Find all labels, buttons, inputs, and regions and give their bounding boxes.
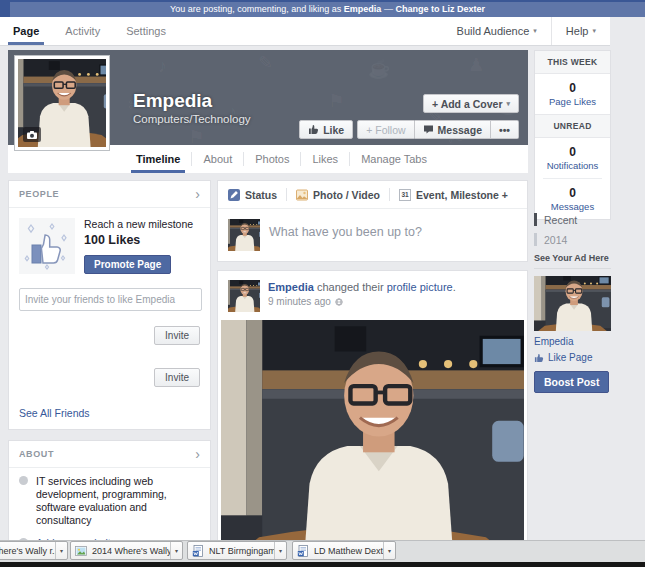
caret-down-icon[interactable]: ▾ <box>274 542 286 559</box>
message-button[interactable]: Message <box>415 120 491 139</box>
download-filename: Where's Wally r....jpg <box>0 546 55 556</box>
milestone-body: Reach a new milestone 100 Likes Promote … <box>84 218 193 274</box>
milestone-thumb-illustration <box>19 218 75 274</box>
cover-button-group: + Follow Message ••• <box>357 120 519 139</box>
add-cover-label: + Add a Cover <box>432 98 503 110</box>
messages-count: 0 <box>535 186 610 200</box>
composer-placeholder[interactable]: What have you been up to? <box>269 225 422 251</box>
milestone-block: Reach a new milestone 100 Likes Promote … <box>9 208 210 284</box>
camera-icon[interactable] <box>23 127 41 142</box>
about-description-item: IT services including web development, p… <box>9 468 210 530</box>
composer-tab-event[interactable]: 31 Event, Milestone + <box>399 189 508 201</box>
image-file-icon <box>75 545 87 557</box>
messages-link[interactable]: Messages <box>535 201 610 212</box>
ad-page-name-link[interactable]: Empedia <box>534 336 611 347</box>
banner-page-name: Empedia <box>344 4 382 14</box>
post-photo[interactable] <box>221 320 524 567</box>
post-object-link[interactable]: profile picture <box>387 281 453 293</box>
page-likes-stat: 0 Page Likes <box>535 74 610 114</box>
caret-down-icon[interactable]: ▾ <box>383 542 395 559</box>
caret-down-icon[interactable]: ▾ <box>55 542 67 559</box>
see-all-friends-link[interactable]: See All Friends <box>9 403 210 429</box>
more-options-button[interactable]: ••• <box>491 120 519 139</box>
like-label: Like <box>323 124 344 136</box>
friend-invite-row: Invite <box>9 319 210 361</box>
timeline-nav-recent[interactable]: Recent <box>534 213 611 226</box>
notifications-count: 0 <box>535 145 610 159</box>
profile-picture[interactable] <box>14 55 110 151</box>
timeline-nav-bar <box>534 233 537 246</box>
composer-tab-status[interactable]: Status <box>228 189 277 201</box>
caret-down-icon[interactable]: ▾ <box>170 542 182 559</box>
timeline-nav-bar <box>534 213 537 226</box>
tab-page[interactable]: Page <box>0 17 52 45</box>
tab-manage-tabs[interactable]: Manage Tabs <box>350 145 438 173</box>
invite-button[interactable]: Invite <box>154 326 200 345</box>
composer-tab-photo-video[interactable]: Photo / Video <box>296 189 380 201</box>
post-period: . <box>453 281 456 293</box>
add-cover-button[interactable]: + Add a Cover ▾ <box>423 94 519 113</box>
download-item[interactable]: LD Matthew Dexter ....docx ▾ <box>292 541 396 560</box>
globe-privacy-icon <box>335 298 343 306</box>
status-label: Status <box>245 189 277 201</box>
tab-settings[interactable]: Settings <box>113 17 179 45</box>
composer-separator <box>286 188 287 201</box>
tab-photos[interactable]: Photos <box>244 145 300 173</box>
voice-switcher-banner: You are posting, commenting, and liking … <box>0 0 645 17</box>
chevron-right-icon[interactable]: › <box>195 449 200 459</box>
like-button[interactable]: Like <box>299 120 353 139</box>
boost-post-button[interactable]: Boost Post <box>534 371 609 393</box>
page-likes-link[interactable]: Page Likes <box>535 96 610 107</box>
post-meta: Empedia changed their profile picture. 9… <box>268 280 456 312</box>
word-doc-icon <box>192 545 204 557</box>
admin-nav-right: Build Audience ▾ Help ▾ <box>443 17 610 45</box>
download-item[interactable]: 2014 Where's Wally r....jpg ▾ <box>70 541 183 560</box>
post-card: Empedia changed their profile picture. 9… <box>217 270 528 567</box>
tab-timeline[interactable]: Timeline <box>125 145 191 173</box>
calendar-icon: 31 <box>399 189 411 201</box>
ad-header: See Your Ad Here <box>534 253 611 269</box>
people-header: PEOPLE › <box>9 181 210 208</box>
download-filename: LD Matthew Dexter ....docx <box>309 546 383 556</box>
timestamp-text[interactable]: 9 minutes ago <box>268 295 331 309</box>
download-item[interactable]: Where's Wally r....jpg ▾ <box>0 541 68 560</box>
invite-friends-input[interactable] <box>19 288 202 311</box>
boost-post-container: Boost Post <box>534 371 611 393</box>
chevron-right-icon[interactable]: › <box>195 189 200 199</box>
timeline-year-nav: Recent 2014 <box>534 213 611 253</box>
change-voice-link[interactable]: Change to Liz Dexter <box>395 4 485 14</box>
promote-page-button[interactable]: Promote Page <box>84 255 171 274</box>
main-column: Status Photo / Video 31 Event, Milestone… <box>217 180 528 567</box>
ad-like-page-link[interactable]: Like Page <box>534 352 611 363</box>
invite-button[interactable]: Invite <box>154 368 200 387</box>
post-header: Empedia changed their profile picture. 9… <box>218 271 527 318</box>
post-story: Empedia changed their profile picture. <box>268 280 456 294</box>
notifications-link[interactable]: Notifications <box>535 160 610 171</box>
download-item[interactable]: NLT Birmgingam W....doc ▾ <box>187 541 287 560</box>
event-milestone-label: Event, Milestone + <box>416 189 508 201</box>
help-menu[interactable]: Help ▾ <box>551 17 610 45</box>
ad-preview-image <box>534 276 611 331</box>
admin-nav: Page Activity Settings Build Audience ▾ … <box>0 17 610 46</box>
build-audience-menu[interactable]: Build Audience ▾ <box>443 17 551 45</box>
follow-button[interactable]: + Follow <box>357 120 414 139</box>
about-header: ABOUT › <box>9 441 210 468</box>
page-likes-count: 0 <box>535 81 610 95</box>
this-week-header: THIS WEEK <box>535 51 610 74</box>
post-author-link[interactable]: Empedia <box>268 281 314 293</box>
composer-card: Status Photo / Video 31 Event, Milestone… <box>217 180 528 262</box>
post-action-text: changed their <box>314 281 387 293</box>
post-avatar[interactable] <box>228 280 260 312</box>
tab-about[interactable]: About <box>192 145 243 173</box>
friend-invite-row: Invite <box>9 361 210 403</box>
like-page-label: Like Page <box>548 352 592 363</box>
timeline-nav-2014[interactable]: 2014 <box>534 233 611 246</box>
cover-action-buttons: Like + Follow Message ••• <box>299 120 519 139</box>
word-doc-icon <box>297 545 309 557</box>
composer-body[interactable]: What have you been up to? <box>218 209 527 261</box>
thumbs-up-icon <box>308 124 319 135</box>
tab-activity[interactable]: Activity <box>52 17 113 45</box>
ad-preview-box: See Your Ad Here Empedia Like Page Boost… <box>534 253 611 393</box>
banner-dash: — <box>381 4 395 14</box>
tab-likes[interactable]: Likes <box>301 145 349 173</box>
